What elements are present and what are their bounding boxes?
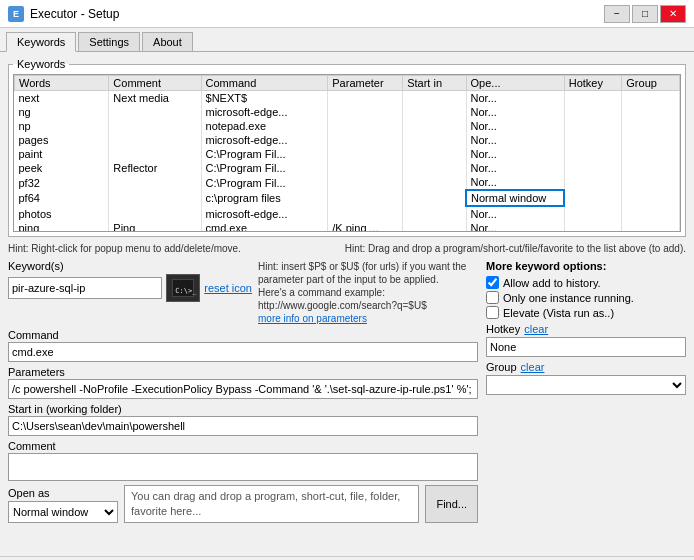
command-label: Command [8, 329, 478, 341]
close-button[interactable]: ✕ [660, 5, 686, 23]
reset-icon-link[interactable]: reset icon [204, 282, 252, 294]
footer: Auto apply Test Apply [0, 556, 694, 560]
hotkey-label-row: Hotkey clear [486, 323, 686, 335]
window-controls: − □ ✕ [604, 5, 686, 23]
col-words: Words [15, 76, 109, 91]
keyword-input[interactable] [8, 277, 162, 299]
command-row: Command [8, 329, 478, 362]
table-row[interactable]: pf32C:\Program Fil...Nor... [15, 175, 680, 190]
checkbox-single-instance: Only one instance running. [486, 291, 686, 304]
find-button[interactable]: Find... [425, 485, 478, 523]
command-input[interactable] [8, 342, 478, 362]
table-row[interactable]: nextNext media$NEXT$Nor... [15, 91, 680, 106]
comment-row: Comment [8, 440, 478, 481]
hint-left: Hint: Right-click for popup menu to add/… [8, 243, 241, 254]
col-hotkey: Hotkey [564, 76, 622, 91]
hotkey-row: Hotkey clear [486, 323, 686, 357]
checkbox-elevate-input[interactable] [486, 306, 499, 319]
checkbox-elevate-label: Elevate (Vista run as..) [503, 307, 614, 319]
startin-label: Start in (working folder) [8, 403, 478, 415]
parameters-input[interactable] [8, 379, 478, 399]
keyword-icon: C:\>_ [166, 274, 200, 302]
tab-keywords[interactable]: Keywords [6, 32, 76, 52]
col-command: Command [201, 76, 328, 91]
col-startin: Start in [403, 76, 466, 91]
table-row[interactable]: photosmicrosoft-edge...Nor... [15, 206, 680, 221]
bottom-section: Keyword(s) C:\>_ reset icon H [8, 260, 686, 523]
drag-drop-hint: You can drag and drop a program, short-c… [124, 485, 419, 523]
tab-bar: Keywords Settings About [0, 28, 694, 52]
checkbox-history-input[interactable] [486, 276, 499, 289]
window-title: Executor - Setup [30, 7, 604, 21]
table-row[interactable]: ngmicrosoft-edge...Nor... [15, 105, 680, 119]
open-as-group: Open as Normal window Minimized Maximize… [8, 487, 118, 523]
open-as-label: Open as [8, 487, 118, 499]
group-clear-link[interactable]: clear [521, 361, 545, 373]
hotkey-input[interactable] [486, 337, 686, 357]
bottom-bar: Open as Normal window Minimized Maximize… [8, 485, 478, 523]
table-row[interactable]: pagesmicrosoft-edge...Nor... [15, 133, 680, 147]
table-row[interactable]: pf64c:\program filesNormal window [15, 190, 680, 206]
main-content: Keywords Words Comment Command Parameter… [0, 52, 694, 556]
comment-input[interactable] [8, 453, 478, 481]
params-hint: Hint: insert $P$ or $U$ (for urls) if yo… [258, 260, 478, 325]
right-panel: More keyword options: Allow add to histo… [486, 260, 686, 523]
col-group: Group [622, 76, 680, 91]
keywords-table-container[interactable]: Words Comment Command Parameter Start in… [13, 74, 681, 232]
more-info-link[interactable]: more info on parameters [258, 313, 367, 324]
group-select[interactable] [486, 375, 686, 395]
table-row[interactable]: peekReflectorC:\Program Fil...Nor... [15, 161, 680, 175]
group-label: Group [486, 361, 517, 373]
parameters-label: Parameters [8, 366, 478, 378]
checkbox-history: Allow add to history. [486, 276, 686, 289]
app-icon: E [8, 6, 24, 22]
group-row: Group clear [486, 361, 686, 395]
table-row[interactable]: paintC:\Program Fil...Nor... [15, 147, 680, 161]
tab-about[interactable]: About [142, 32, 193, 51]
checkbox-single-instance-label: Only one instance running. [503, 292, 634, 304]
keywords-group-label: Keywords [13, 58, 69, 70]
titlebar: E Executor - Setup − □ ✕ [0, 0, 694, 28]
checkbox-history-label: Allow add to history. [503, 277, 601, 289]
col-open: Ope... [466, 76, 564, 91]
maximize-button[interactable]: □ [632, 5, 658, 23]
left-panel: Keyword(s) C:\>_ reset icon H [8, 260, 478, 523]
open-as-select[interactable]: Normal window Minimized Maximized [8, 501, 118, 523]
hotkey-clear-link[interactable]: clear [524, 323, 548, 335]
col-comment: Comment [109, 76, 201, 91]
table-row[interactable]: pingPingcmd.exe/K ping ...Nor... [15, 221, 680, 232]
hint-right: Hint: Drag and drop a program/short-cut/… [345, 243, 686, 254]
comment-label: Comment [8, 440, 478, 452]
startin-row: Start in (working folder) [8, 403, 478, 436]
hotkey-label: Hotkey [486, 323, 520, 335]
keywords-table: Words Comment Command Parameter Start in… [14, 75, 680, 232]
hint-bar: Hint: Right-click for popup menu to add/… [8, 241, 686, 256]
more-options-label: More keyword options: [486, 260, 686, 272]
col-parameter: Parameter [328, 76, 403, 91]
table-row[interactable]: npnotepad.exeNor... [15, 119, 680, 133]
tab-settings[interactable]: Settings [78, 32, 140, 51]
startin-input[interactable] [8, 416, 478, 436]
checkbox-elevate: Elevate (Vista run as..) [486, 306, 686, 319]
checkbox-single-instance-input[interactable] [486, 291, 499, 304]
minimize-button[interactable]: − [604, 5, 630, 23]
keyword-label: Keyword(s) [8, 260, 64, 272]
parameters-row: Parameters [8, 366, 478, 399]
group-label-row: Group clear [486, 361, 686, 373]
